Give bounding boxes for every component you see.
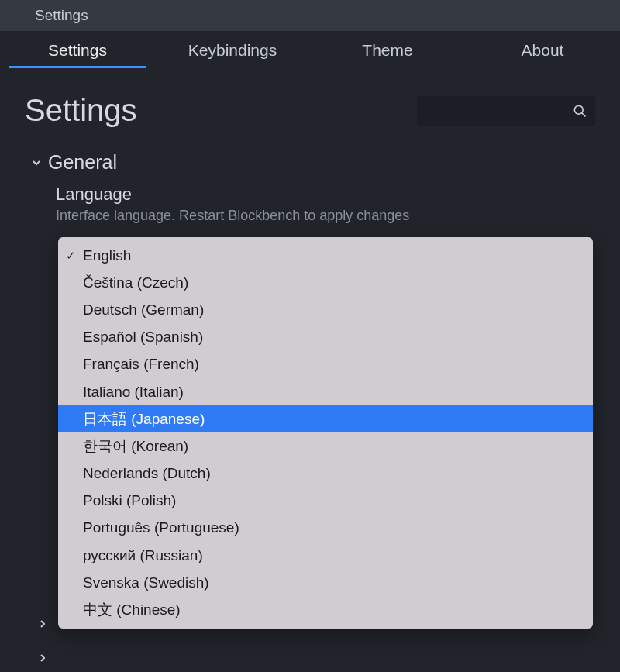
dropdown-option-label: Nederlands (Dutch) — [83, 465, 211, 482]
dropdown-option[interactable]: Polski (Polish) — [58, 488, 593, 515]
dropdown-option-label: Deutsch (German) — [83, 302, 204, 319]
tab-settings[interactable]: Settings — [0, 31, 155, 70]
dropdown-option[interactable]: Português (Portuguese) — [58, 515, 593, 542]
dropdown-option-label: 日本語 (Japanese) — [83, 409, 205, 429]
titlebar: Settings — [0, 0, 620, 31]
tab-about[interactable]: About — [465, 31, 620, 70]
content: Settings General Language Interface lang… — [0, 70, 620, 224]
section-title: General — [48, 151, 117, 174]
setting-language: Language Interface language. Restart Blo… — [56, 184, 595, 224]
dropdown-option[interactable]: Nederlands (Dutch) — [58, 460, 593, 488]
section-header-collapsed[interactable] — [37, 653, 48, 663]
dropdown-option[interactable]: Español (Spanish) — [58, 324, 593, 351]
dropdown-option-label: Čeština (Czech) — [83, 274, 188, 291]
section-header-collapsed[interactable] — [37, 619, 48, 629]
dropdown-option-label: Português (Portuguese) — [83, 519, 239, 536]
svg-line-1 — [582, 112, 586, 116]
dropdown-option-label: Svenska (Swedish) — [83, 574, 209, 591]
check-icon: ✓ — [66, 249, 76, 263]
search-icon — [572, 103, 587, 119]
dropdown-option-label: 中文 (Chinese) — [83, 600, 181, 620]
tab-theme[interactable]: Theme — [310, 31, 465, 70]
tabs: Settings Keybindings Theme About — [0, 31, 620, 70]
dropdown-option-label: Italiano (Italian) — [83, 384, 184, 401]
dropdown-option[interactable]: русский (Russian) — [58, 542, 593, 569]
dropdown-option-label: Español (Spanish) — [83, 329, 203, 346]
search-input[interactable] — [417, 96, 595, 126]
page-title: Settings — [25, 93, 137, 128]
window-title: Settings — [35, 7, 88, 24]
dropdown-option-label: русский (Russian) — [83, 547, 203, 564]
dropdown-option[interactable]: 日本語 (Japanese) — [58, 405, 593, 432]
chevron-right-icon — [37, 653, 48, 663]
tab-label: Keybindings — [188, 41, 277, 60]
dropdown-option[interactable]: Italiano (Italian) — [58, 378, 593, 405]
chevron-right-icon — [37, 619, 48, 629]
section-header-general[interactable]: General — [31, 151, 595, 174]
dropdown-option[interactable]: 中文 (Chinese) — [58, 596, 593, 623]
tab-label: Settings — [48, 41, 107, 60]
header-row: Settings — [25, 93, 595, 128]
tab-label: Theme — [362, 41, 412, 60]
setting-description: Interface language. Restart Blockbench t… — [56, 208, 595, 224]
dropdown-option-label: Français (French) — [83, 356, 199, 373]
setting-label: Language — [56, 184, 595, 205]
dropdown-option-label: Polski (Polish) — [83, 492, 176, 509]
dropdown-option-label: 한국어 (Korean) — [83, 436, 188, 457]
chevron-down-icon — [31, 157, 42, 168]
dropdown-option-label: English — [83, 247, 131, 264]
dropdown-option[interactable]: Svenska (Swedish) — [58, 569, 593, 596]
dropdown-option[interactable]: ✓English — [58, 242, 593, 269]
language-dropdown[interactable]: ✓EnglishČeština (Czech)Deutsch (German)E… — [58, 237, 593, 629]
search-box[interactable] — [417, 96, 595, 126]
tab-keybindings[interactable]: Keybindings — [155, 31, 310, 70]
dropdown-option[interactable]: 한국어 (Korean) — [58, 432, 593, 460]
svg-point-0 — [574, 105, 583, 114]
dropdown-option[interactable]: Deutsch (German) — [58, 296, 593, 323]
dropdown-option[interactable]: Čeština (Czech) — [58, 269, 593, 296]
tab-label: About — [522, 41, 564, 60]
dropdown-option[interactable]: Français (French) — [58, 351, 593, 378]
